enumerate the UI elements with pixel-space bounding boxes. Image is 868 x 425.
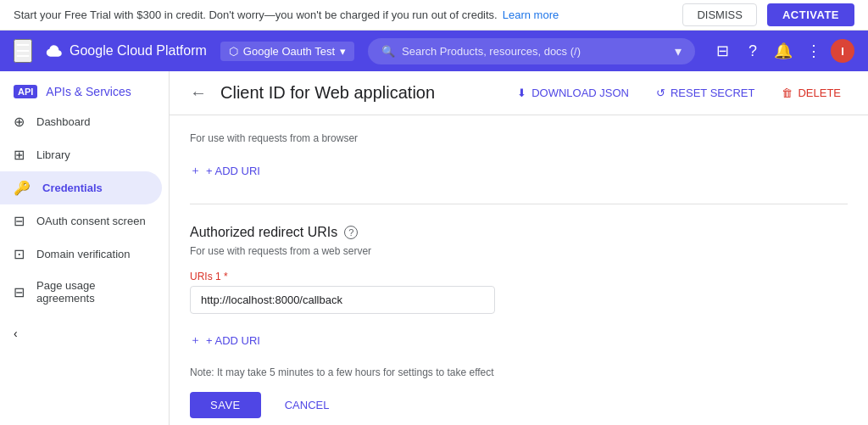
search-icon: 🔍 xyxy=(381,45,395,58)
redirect-uris-help-icon[interactable]: ? xyxy=(344,226,358,239)
main-content: ← Client ID for Web application ⬇ DOWNLO… xyxy=(170,71,868,425)
menu-icon[interactable]: ☰ xyxy=(14,39,32,63)
save-button[interactable]: SAVE xyxy=(190,392,261,418)
back-button[interactable]: ← xyxy=(190,83,207,103)
uri-field-group: URIs 1 * xyxy=(190,271,848,314)
sidebar-item-credentials[interactable]: 🔑 Credentials xyxy=(0,171,162,204)
logo: Google Cloud Platform xyxy=(46,42,207,59)
delete-label: DELETE xyxy=(798,87,841,99)
uri-input[interactable] xyxy=(190,286,495,314)
banner-actions: DISMISS ACTIVATE xyxy=(682,3,854,26)
help-icon[interactable]: ? xyxy=(739,37,766,64)
download-icon: ⬇ xyxy=(517,87,526,99)
support-icon[interactable]: ⊟ xyxy=(709,37,736,64)
cancel-button[interactable]: CANCEL xyxy=(271,392,343,418)
reset-icon: ↺ xyxy=(656,87,665,99)
reset-secret-button[interactable]: ↺ RESET SECRET xyxy=(649,81,761,104)
sidebar-item-label: Dashboard xyxy=(36,115,91,128)
banner-text: Start your Free Trial with $300 in credi… xyxy=(14,8,498,21)
sidebar-item-label: OAuth consent screen xyxy=(36,215,146,227)
page-usage-icon: ⊟ xyxy=(14,284,25,300)
search-expand-icon: ▾ xyxy=(675,43,682,59)
page-actions: ⬇ DOWNLOAD JSON ↺ RESET SECRET 🗑 DELETE xyxy=(510,81,848,104)
sidebar-title: APIs & Services xyxy=(46,85,131,98)
sidebar-item-label: Domain verification xyxy=(36,248,131,260)
project-name: Google Oauth Test xyxy=(243,45,335,58)
project-selector[interactable]: ⬡ Google Oauth Test ▾ xyxy=(220,42,354,61)
form-content: For use with requests from a browser ＋ +… xyxy=(170,115,868,425)
dismiss-button[interactable]: DISMISS xyxy=(682,3,756,26)
trial-banner: Start your Free Trial with $300 in credi… xyxy=(0,0,868,31)
sidebar-item-label: Credentials xyxy=(42,182,103,194)
sidebar: API APIs & Services ⊕ Dashboard ⊞ Librar… xyxy=(0,71,170,425)
add-redirect-uri-label: + ADD URI xyxy=(206,334,260,347)
sidebar-collapse[interactable]: ‹ xyxy=(0,313,169,354)
domain-icon: ⊡ xyxy=(14,246,25,262)
search-placeholder: Search Products, resources, docs (/) xyxy=(402,45,581,58)
settings-note: Note: It may take 5 minutes to a few hou… xyxy=(190,366,848,378)
redirect-uris-subtitle: For use with requests from a web server xyxy=(190,245,848,257)
authorized-js-origins-section: For use with requests from a browser ＋ +… xyxy=(190,115,848,200)
sidebar-item-page-usage[interactable]: ⊟ Page usage agreements xyxy=(0,271,162,313)
add-redirect-uri-button[interactable]: ＋ + ADD URI xyxy=(190,327,260,353)
learn-more-link[interactable]: Learn more xyxy=(503,8,559,21)
add-redirect-uri-plus-icon: ＋ xyxy=(190,333,201,348)
page-title: Client ID for Web application xyxy=(220,83,497,103)
redirect-uris-title-text: Authorized redirect URIs xyxy=(190,225,337,240)
download-json-label: DOWNLOAD JSON xyxy=(531,87,629,99)
add-js-uri-plus-icon: ＋ xyxy=(190,163,201,178)
app-header: ☰ Google Cloud Platform ⬡ Google Oauth T… xyxy=(0,31,868,71)
activate-button[interactable]: ACTIVATE xyxy=(767,3,854,26)
page-header: ← Client ID for Web application ⬇ DOWNLO… xyxy=(170,71,868,115)
app-layout: API APIs & Services ⊕ Dashboard ⊞ Librar… xyxy=(0,71,868,425)
authorized-redirect-uris-section: Authorized redirect URIs ? For use with … xyxy=(190,208,848,425)
more-options-icon[interactable]: ⋮ xyxy=(800,37,827,64)
banner-message: Start your Free Trial with $300 in credi… xyxy=(14,8,559,21)
sidebar-header: API APIs & Services xyxy=(0,71,169,105)
sidebar-item-label: Page usage agreements xyxy=(36,279,148,305)
cloud-icon xyxy=(46,42,63,59)
reset-secret-label: RESET SECRET xyxy=(670,87,754,99)
search-bar[interactable]: 🔍 Search Products, resources, docs (/) ▾ xyxy=(368,38,695,64)
required-marker: * xyxy=(224,271,228,282)
project-icon: ⬡ xyxy=(229,45,238,58)
avatar[interactable]: I xyxy=(831,39,854,63)
oauth-icon: ⊟ xyxy=(14,213,25,229)
add-js-uri-button[interactable]: ＋ + ADD URI xyxy=(190,158,260,183)
logo-text: Google Cloud Platform xyxy=(70,43,207,59)
download-json-button[interactable]: ⬇ DOWNLOAD JSON xyxy=(510,81,636,104)
sidebar-item-dashboard[interactable]: ⊕ Dashboard xyxy=(0,105,162,138)
uri-field-label: URIs 1 * xyxy=(190,271,848,282)
delete-icon: 🗑 xyxy=(782,87,793,99)
credentials-icon: 🔑 xyxy=(14,180,31,196)
sidebar-item-library[interactable]: ⊞ Library xyxy=(0,138,162,171)
header-icons: ⊟ ? 🔔 ⋮ I xyxy=(709,37,854,64)
api-badge: API xyxy=(14,85,37,98)
sidebar-item-oauth[interactable]: ⊟ OAuth consent screen xyxy=(0,204,162,238)
sidebar-item-domain[interactable]: ⊡ Domain verification xyxy=(0,238,162,271)
add-js-uri-label: + ADD URI xyxy=(206,165,260,177)
js-origins-subtitle: For use with requests from a browser xyxy=(190,132,848,144)
dashboard-icon: ⊕ xyxy=(14,114,25,130)
form-actions: SAVE CANCEL xyxy=(190,392,848,418)
library-icon: ⊞ xyxy=(14,147,25,163)
uri-field-label-text: URIs 1 xyxy=(190,271,221,282)
collapse-icon: ‹ xyxy=(14,327,18,340)
section-divider xyxy=(190,204,848,204)
chevron-down-icon: ▾ xyxy=(340,45,346,58)
redirect-uris-title: Authorized redirect URIs ? xyxy=(190,225,848,240)
notifications-icon[interactable]: 🔔 xyxy=(770,37,797,64)
delete-button[interactable]: 🗑 DELETE xyxy=(775,81,848,104)
sidebar-item-label: Library xyxy=(36,148,70,161)
